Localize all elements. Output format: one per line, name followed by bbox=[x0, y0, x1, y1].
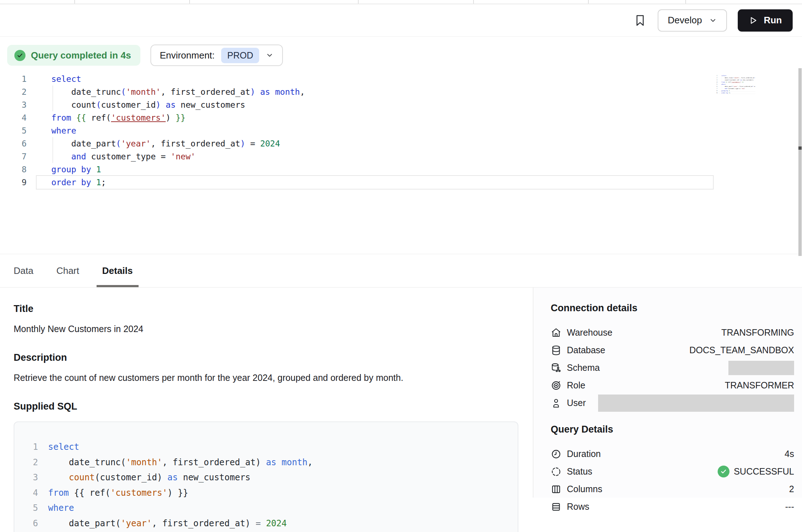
window-tab-divider bbox=[189, 0, 190, 4]
role-icon bbox=[551, 380, 561, 391]
line-number: 4 bbox=[0, 111, 36, 124]
schema-icon bbox=[551, 363, 561, 373]
code-text: and customer_type = 'new' bbox=[36, 150, 196, 163]
editor-minimap[interactable]: 1select2 date_trunc('month', first_order… bbox=[713, 75, 755, 102]
code-text: count(customer_id) as new_customers bbox=[38, 470, 251, 485]
window-tab-strip bbox=[0, 0, 802, 4]
editor-scrollbar[interactable] bbox=[798, 68, 802, 256]
code-text: from {{ ref('customers') }} bbox=[38, 485, 188, 501]
result-tabs: DataChartDetails bbox=[0, 254, 802, 288]
user-icon bbox=[551, 398, 561, 409]
code-line[interactable]: 6 date_part('year', first_ordered_at) = … bbox=[0, 137, 802, 150]
code-line[interactable]: 6 date_part('year', first_ordered_at) = … bbox=[14, 516, 518, 531]
tab-details[interactable]: Details bbox=[102, 254, 133, 287]
code-text: group by 1 bbox=[36, 163, 101, 176]
window-tab-divider bbox=[588, 0, 589, 4]
tab-data[interactable]: Data bbox=[14, 254, 33, 287]
code-line[interactable]: 8group by 1 bbox=[0, 163, 802, 176]
environment-value-badge: PROD bbox=[221, 48, 259, 63]
query-details-heading: Query Details bbox=[551, 424, 794, 435]
line-number: 1 bbox=[0, 73, 36, 85]
line-number: 5 bbox=[14, 500, 38, 516]
row-value: DOCS_TEAM_SANDBOX bbox=[689, 345, 794, 355]
redacted-value bbox=[598, 395, 794, 412]
line-number: 6 bbox=[0, 137, 36, 150]
window-tab-divider bbox=[473, 0, 474, 4]
code-text: date_trunc('month', first_ordered_at) as… bbox=[36, 85, 305, 98]
code-line[interactable]: 9order by 1; bbox=[713, 92, 755, 94]
code-line[interactable]: 7 and customer_type = 'new' bbox=[0, 150, 802, 163]
warehouse-icon bbox=[551, 327, 561, 338]
code-line[interactable]: 4from {{ ref('customers') }} bbox=[14, 485, 518, 501]
develop-button[interactable]: Develop bbox=[658, 9, 727, 32]
environment-label: Environment: bbox=[160, 50, 215, 61]
run-button-label: Run bbox=[764, 15, 782, 26]
connection-row-role: RoleTRANSFORMER bbox=[551, 377, 794, 394]
scrollbar-cursor-marker bbox=[798, 146, 802, 150]
row-value: TRANSFORMER bbox=[725, 380, 794, 391]
line-number: 5 bbox=[0, 124, 36, 137]
line-number: 9 bbox=[0, 176, 36, 189]
columns-icon bbox=[551, 484, 561, 495]
query-details-row-columns: Columns2 bbox=[551, 480, 794, 498]
code-line[interactable]: 3 count(customer_id) as new_customers bbox=[0, 98, 802, 111]
details-left-panel: Title Monthly New Customers in 2024 Desc… bbox=[0, 288, 533, 498]
code-line[interactable]: 1select bbox=[14, 439, 518, 455]
line-number: 9 bbox=[713, 92, 719, 94]
sql-editor[interactable]: 1select2 date_trunc('month', first_order… bbox=[0, 73, 802, 254]
code-text: date_part('year', first_ordered_at) = 20… bbox=[38, 516, 287, 531]
details-content: Title Monthly New Customers in 2024 Desc… bbox=[0, 288, 802, 498]
code-text: select bbox=[38, 439, 79, 455]
code-text: where bbox=[36, 124, 76, 137]
row-label: Role bbox=[567, 380, 585, 391]
window-tab-divider bbox=[358, 0, 359, 4]
check-circle-icon bbox=[14, 50, 25, 61]
code-line[interactable]: 2 date_trunc('month', first_ordered_at) … bbox=[14, 455, 518, 470]
code-line[interactable]: 2 date_trunc('month', first_ordered_at) … bbox=[0, 85, 802, 98]
window-tab-divider bbox=[685, 0, 686, 4]
row-value: 4s bbox=[785, 449, 794, 459]
row-label: User bbox=[567, 398, 586, 408]
bookmark-icon[interactable] bbox=[633, 14, 647, 27]
database-icon bbox=[551, 345, 561, 356]
supplied-sql-heading: Supplied SQL bbox=[14, 401, 518, 412]
connection-row-schema: Schema bbox=[551, 359, 794, 377]
code-text: where bbox=[38, 500, 74, 516]
code-line[interactable]: 3 count(customer_id) as new_customers bbox=[14, 470, 518, 485]
code-text: order by 1; bbox=[36, 176, 106, 189]
connection-row-database: DatabaseDOCS_TEAM_SANDBOX bbox=[551, 341, 794, 359]
row-value: SUCCESSFUL bbox=[718, 466, 794, 477]
code-line[interactable]: 5where bbox=[14, 500, 518, 516]
code-line[interactable]: 9order by 1; bbox=[0, 176, 802, 189]
description-heading: Description bbox=[14, 352, 518, 363]
row-label: Status bbox=[567, 466, 592, 477]
query-status-text: Query completed in 4s bbox=[31, 50, 131, 61]
connection-details-heading: Connection details bbox=[551, 303, 794, 314]
code-line[interactable]: 1select bbox=[0, 73, 802, 85]
title-value: Monthly New Customers in 2024 bbox=[14, 324, 518, 334]
code-text: order by 1; bbox=[719, 92, 731, 94]
code-line[interactable]: 4from {{ ref('customers') }} bbox=[0, 111, 802, 124]
line-number: 2 bbox=[0, 85, 36, 98]
play-icon bbox=[749, 16, 758, 25]
chevron-down-icon bbox=[266, 51, 274, 59]
code-line[interactable]: 5where bbox=[0, 124, 802, 137]
row-value: --- bbox=[785, 501, 794, 512]
run-button[interactable]: Run bbox=[738, 9, 793, 32]
tab-chart[interactable]: Chart bbox=[56, 254, 79, 287]
code-text: count(customer_id) as new_customers bbox=[36, 98, 245, 111]
status-icon bbox=[551, 466, 561, 477]
code-text: date_trunc('month', first_ordered_at) as… bbox=[38, 455, 313, 470]
environment-selector[interactable]: Environment: PROD bbox=[150, 45, 283, 66]
line-number: 3 bbox=[14, 470, 38, 485]
details-right-panel: Connection details WarehouseTRANSFORMING… bbox=[533, 288, 802, 498]
line-number: 4 bbox=[14, 485, 38, 501]
connection-row-user: User bbox=[551, 394, 794, 412]
develop-button-label: Develop bbox=[668, 15, 702, 26]
clock-icon bbox=[551, 449, 561, 459]
code-text: date_part('year', first_ordered_at) = 20… bbox=[36, 137, 280, 150]
description-value: Retrieve the count of new customers per … bbox=[14, 373, 518, 383]
line-number: 1 bbox=[14, 439, 38, 455]
row-label: Schema bbox=[567, 363, 600, 373]
query-details-row-rows: Rows--- bbox=[551, 498, 794, 515]
